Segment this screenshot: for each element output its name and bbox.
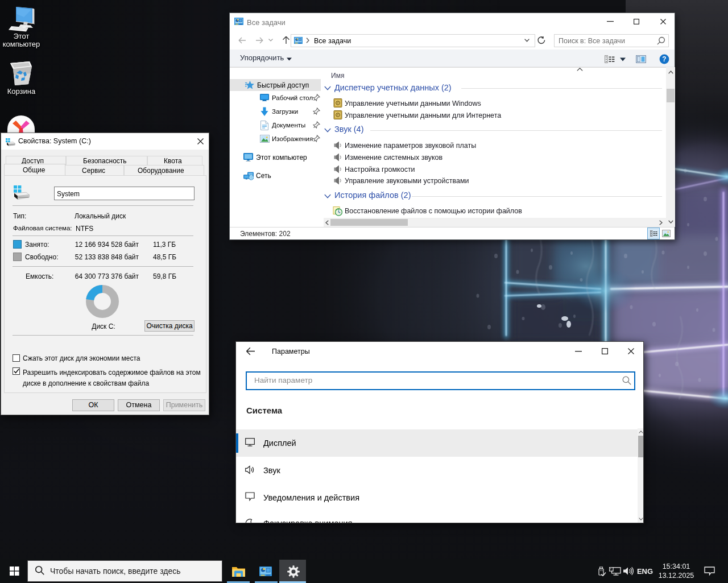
svg-text:?: ? (662, 55, 666, 63)
